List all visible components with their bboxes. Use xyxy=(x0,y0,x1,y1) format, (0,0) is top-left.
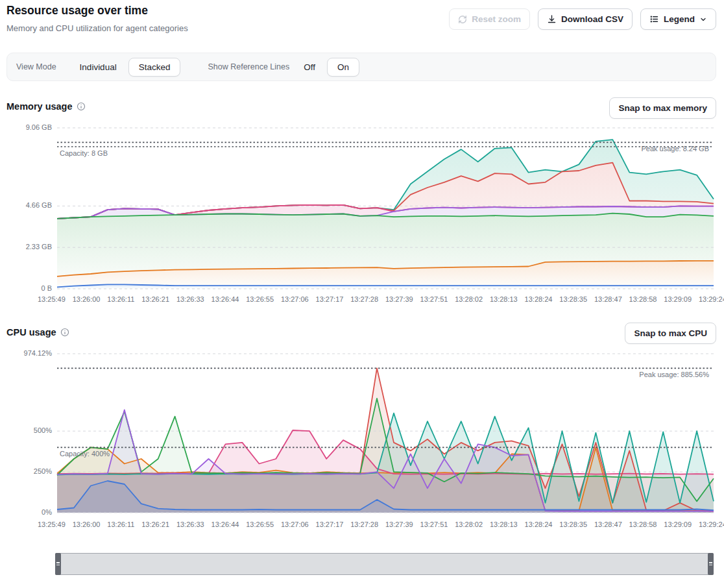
reference-line-label: Capacity: 8 GB xyxy=(60,149,108,157)
legend-button[interactable]: Legend xyxy=(640,8,716,30)
brush-left-handle[interactable] xyxy=(55,553,61,575)
x-tick-label: 13:28:24 xyxy=(525,521,553,528)
x-tick-label: 13:29:09 xyxy=(664,295,692,303)
memory-section-title: Memory usage xyxy=(6,101,86,112)
x-tick-label: 13:27:06 xyxy=(281,295,309,303)
page-title: Resource usage over time xyxy=(6,4,148,18)
y-tick-label: 2.33 GB xyxy=(5,243,52,251)
brush-selected-range[interactable] xyxy=(62,554,707,574)
chevron-down-icon xyxy=(699,16,707,23)
x-tick-label: 13:28:58 xyxy=(629,295,657,303)
y-tick-label: 4.66 GB xyxy=(5,201,52,209)
download-csv-button[interactable]: Download CSV xyxy=(538,8,633,30)
x-tick-label: 13:27:39 xyxy=(385,521,413,528)
x-tick-label: 13:28:13 xyxy=(490,295,518,303)
info-icon[interactable] xyxy=(60,328,69,337)
snap-to-max-cpu-button[interactable]: Snap to max CPU xyxy=(625,323,716,344)
download-csv-label: Download CSV xyxy=(561,14,623,24)
view-mode-label: View Mode xyxy=(16,62,56,71)
x-tick-label: 13:27:06 xyxy=(281,521,309,528)
y-tick-label: 0% xyxy=(5,508,52,516)
cpu-x-axis: 13:25:4913:26:0013:26:1113:26:2113:26:33… xyxy=(38,521,724,528)
x-tick-label: 13:29:09 xyxy=(664,521,692,528)
x-tick-label: 13:26:11 xyxy=(107,295,134,303)
brush-right-handle[interactable] xyxy=(708,553,714,575)
show-reference-lines-label: Show Reference Lines xyxy=(208,62,289,71)
x-tick-label: 13:27:28 xyxy=(350,295,378,303)
x-tick-label: 13:27:51 xyxy=(420,521,448,528)
x-tick-label: 13:26:55 xyxy=(246,295,274,303)
download-icon xyxy=(547,14,557,24)
x-tick-label: 13:26:55 xyxy=(246,521,274,528)
list-icon xyxy=(649,14,659,24)
reset-zoom-label: Reset zoom xyxy=(472,14,521,24)
reference-line-label: Peak usage: 885.56% xyxy=(639,371,709,378)
x-tick-label: 13:25:49 xyxy=(38,295,66,303)
x-tick-label: 13:28:47 xyxy=(594,521,622,528)
x-tick-label: 13:29:24 xyxy=(699,295,724,303)
view-mode-individual-option[interactable]: Individual xyxy=(73,58,123,76)
legend-label: Legend xyxy=(664,14,695,24)
x-tick-label: 13:26:21 xyxy=(141,295,169,303)
x-tick-label: 13:28:35 xyxy=(559,295,587,303)
memory-x-axis: 13:25:4913:26:0013:26:1113:26:2113:26:33… xyxy=(38,295,724,303)
time-range-brush[interactable] xyxy=(55,553,714,575)
x-tick-label: 13:26:44 xyxy=(211,521,239,528)
info-icon[interactable] xyxy=(77,102,86,111)
x-tick-label: 13:26:21 xyxy=(141,521,169,528)
x-tick-label: 13:27:17 xyxy=(316,521,344,528)
snap-to-max-memory-button[interactable]: Snap to max memory xyxy=(609,97,716,119)
x-tick-label: 13:25:49 xyxy=(38,521,66,528)
x-tick-label: 13:26:00 xyxy=(73,521,101,528)
x-tick-label: 13:27:28 xyxy=(350,521,378,528)
memory-title-text: Memory usage xyxy=(6,101,73,112)
refresh-icon xyxy=(458,15,467,24)
x-tick-label: 13:26:00 xyxy=(73,295,101,303)
reference-line-label: Peak usage: 8.24 GB xyxy=(641,145,709,153)
reference-lines-off-option[interactable]: Off xyxy=(297,58,322,76)
chart-options-toolbar: View Mode Individual Stacked Show Refere… xyxy=(6,53,716,81)
x-tick-label: 13:27:51 xyxy=(420,295,448,303)
x-tick-label: 13:26:33 xyxy=(176,521,204,528)
x-tick-label: 13:28:58 xyxy=(629,521,657,528)
cpu-section-title: CPU usage xyxy=(6,327,69,337)
cpu-chart[interactable] xyxy=(57,350,714,513)
x-tick-label: 13:28:24 xyxy=(525,295,553,303)
x-tick-label: 13:28:47 xyxy=(594,295,622,303)
reference-line-label: Capacity: 400% xyxy=(60,450,110,458)
view-mode-stacked-option[interactable]: Stacked xyxy=(128,58,181,77)
memory-chart[interactable] xyxy=(57,125,714,289)
reset-zoom-button[interactable]: Reset zoom xyxy=(449,8,530,30)
cpu-title-text: CPU usage xyxy=(6,327,56,337)
x-tick-label: 13:27:39 xyxy=(385,295,413,303)
x-tick-label: 13:27:17 xyxy=(316,295,344,303)
y-tick-label: 974.12% xyxy=(5,349,52,357)
x-tick-label: 13:26:33 xyxy=(176,295,204,303)
reference-lines-on-option[interactable]: On xyxy=(327,58,359,77)
x-tick-label: 13:28:02 xyxy=(455,521,483,528)
y-tick-label: 0 B xyxy=(5,284,52,292)
dashboard-page: Resource usage over time Memory and CPU … xyxy=(0,0,724,588)
x-tick-label: 13:26:11 xyxy=(107,521,134,528)
page-subtitle: Memory and CPU utilization for agent cat… xyxy=(6,23,188,33)
x-tick-label: 13:28:02 xyxy=(455,295,483,303)
x-tick-label: 13:29:24 xyxy=(699,521,724,528)
x-tick-label: 13:26:44 xyxy=(211,295,239,303)
x-tick-label: 13:28:13 xyxy=(490,521,518,528)
y-tick-label: 250% xyxy=(5,467,52,475)
y-tick-label: 500% xyxy=(5,426,52,434)
y-tick-label: 9.06 GB xyxy=(5,123,52,131)
x-tick-label: 13:28:35 xyxy=(559,521,587,528)
header-actions: Reset zoom Download CSV Legend xyxy=(449,8,716,30)
